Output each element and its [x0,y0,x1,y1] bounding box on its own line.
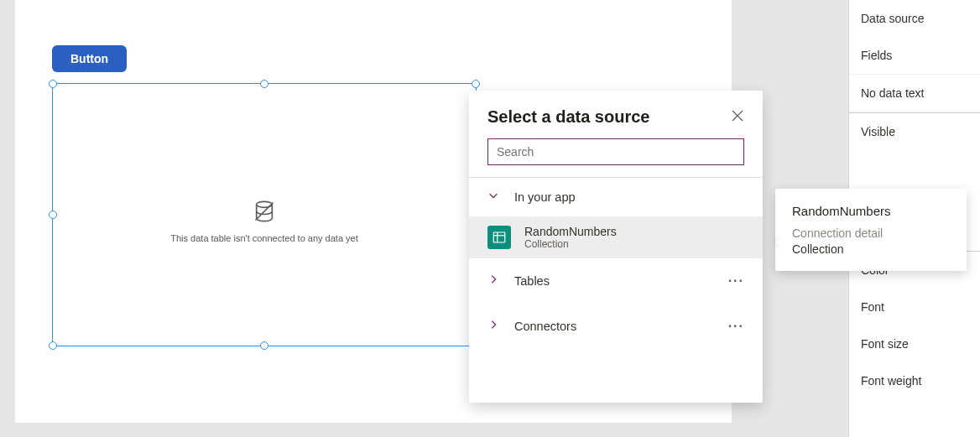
prop-font-size[interactable]: Font size [849,325,980,362]
more-icon[interactable]: ··· [728,319,744,334]
prop-font-weight[interactable]: Font weight [849,362,980,399]
collection-icon [487,226,511,249]
select-data-source-flyout: Select a data source In your app RandomN… [469,91,763,403]
prop-no-data-text[interactable]: No data text [849,75,980,112]
svg-line-1 [256,203,274,221]
resize-handle[interactable] [472,80,480,88]
resize-handle[interactable] [260,80,268,88]
prop-data-source[interactable]: Data source [849,0,980,37]
chevron-right-icon [487,273,499,289]
resize-handle[interactable] [49,341,57,350]
close-icon[interactable] [731,109,744,126]
chevron-down-icon [487,190,499,205]
section-label: Tables [514,274,550,288]
section-tables[interactable]: Tables ··· [469,258,763,304]
resize-handle[interactable] [49,80,57,88]
tooltip-value: Collection [792,242,950,256]
tooltip-title: RandomNumbers [792,204,950,218]
tooltip-label: Connection detail [792,226,950,240]
prop-fields[interactable]: Fields [849,37,980,75]
prop-visible[interactable]: Visible [849,113,980,150]
datasource-name: RandomNumbers [524,225,617,238]
section-label: Connectors [514,320,576,333]
section-in-your-app[interactable]: In your app [469,178,763,216]
svg-rect-2 [493,232,505,242]
empty-message: This data table isn't connected to any d… [53,233,476,243]
chevron-right-icon [487,319,499,334]
prop-font[interactable]: Font [849,289,980,325]
search-input[interactable] [487,138,744,165]
resize-handle[interactable] [260,341,268,350]
flyout-title: Select a data source [487,107,649,127]
section-label: In your app [514,190,576,204]
datatable-empty: This data table isn't connected to any d… [53,200,476,243]
datasource-sub: Collection [524,238,617,250]
datasource-item-randomnumbers[interactable]: RandomNumbers Collection [469,216,763,258]
button-control[interactable]: Button [52,45,127,72]
database-icon [253,200,276,223]
datasource-tooltip: RandomNumbers Connection detail Collecti… [775,189,967,271]
datatable-selection[interactable]: This data table isn't connected to any d… [52,83,477,346]
more-icon[interactable]: ··· [728,273,744,289]
section-connectors[interactable]: Connectors ··· [469,304,763,349]
